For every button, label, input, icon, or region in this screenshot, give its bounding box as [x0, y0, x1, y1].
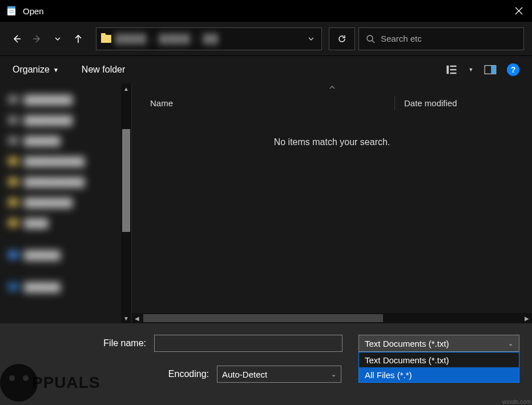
filename-input[interactable] — [154, 335, 342, 352]
tree-item[interactable]: ██████ — [8, 276, 123, 297]
new-folder-button[interactable]: New folder — [82, 65, 125, 75]
titlebar: Open — [0, 0, 532, 22]
tree-item[interactable]: ██████ — [8, 244, 123, 265]
column-headers: Name Date modified — [132, 91, 532, 114]
notepad-icon — [6, 5, 17, 17]
help-button[interactable]: ? — [507, 63, 519, 76]
tree-spacer — [8, 265, 123, 276]
chevron-up-icon — [329, 85, 335, 90]
column-name[interactable]: Name — [143, 98, 394, 108]
column-sort-indicator — [132, 83, 532, 91]
view-dropdown[interactable]: ▼ — [468, 63, 474, 76]
navigation-tree[interactable]: ████████ ████████ ██████ ██████████ ████… — [0, 83, 131, 323]
main-area: ████████ ████████ ██████ ██████████ ████… — [0, 83, 532, 323]
refresh-button[interactable] — [329, 27, 355, 50]
address-dropdown[interactable] — [305, 35, 317, 42]
scroll-right-icon[interactable]: ▶ — [522, 315, 532, 322]
tree-spacer — [8, 233, 123, 244]
file-type-dropdown: Text Documents (*.txt) All Files (*.*) — [358, 352, 519, 383]
svg-line-10 — [372, 41, 374, 43]
file-type-value: Text Documents (*.txt) — [365, 339, 449, 348]
chevron-down-icon: ⌄ — [331, 371, 336, 378]
view-controls: ▼ ? — [445, 63, 519, 76]
svg-rect-11 — [446, 66, 449, 74]
arrow-right-icon — [32, 34, 42, 44]
recent-locations-button[interactable] — [49, 30, 66, 47]
tree-item[interactable]: ████████ — [8, 110, 123, 130]
file-list: Name Date modified No items match your s… — [131, 83, 532, 323]
watermark: PPUALS — [0, 364, 100, 402]
bottom-panel: File name: Encoding: Auto-Detect ⌄ Text … — [0, 323, 532, 405]
tree-item[interactable]: ████ — [8, 212, 123, 233]
column-date-modified[interactable]: Date modified — [395, 98, 521, 108]
encoding-select[interactable]: Auto-Detect ⌄ — [217, 366, 341, 383]
tree-item[interactable]: ████████ — [8, 192, 123, 212]
folder-icon — [101, 35, 111, 43]
svg-rect-1 — [7, 6, 15, 9]
tree-item[interactable]: ██████████ — [8, 151, 123, 171]
search-icon — [366, 34, 375, 43]
empty-message: No items match your search. — [132, 114, 532, 313]
navigation-bar: ████ › ████ › ██ Search etc — [0, 22, 532, 56]
chevron-down-icon: ▼ — [469, 67, 474, 73]
refresh-icon — [337, 34, 346, 43]
search-placeholder: Search etc — [381, 34, 517, 43]
sidebar-scrollbar[interactable]: ▲ ▼ — [121, 83, 131, 323]
svg-rect-12 — [450, 66, 457, 67]
up-button[interactable] — [70, 30, 87, 47]
watermark-logo-icon — [0, 364, 38, 402]
scroll-down-icon[interactable]: ▼ — [121, 313, 131, 323]
search-input[interactable]: Search etc — [358, 27, 524, 50]
scroll-up-icon[interactable]: ▲ — [121, 83, 131, 94]
filename-label: File name: — [11, 338, 154, 348]
arrow-up-icon — [73, 34, 83, 44]
scrollbar-thumb[interactable] — [122, 129, 130, 232]
preview-pane-icon — [484, 63, 497, 76]
close-button[interactable] — [506, 0, 532, 22]
close-icon — [515, 7, 523, 15]
chevron-down-icon — [308, 35, 315, 42]
tree-item[interactable]: ████████ — [8, 89, 123, 110]
horizontal-scrollbar[interactable]: ◀ ▶ — [132, 313, 532, 323]
scrollbar-thumb[interactable] — [143, 314, 383, 322]
file-type-option[interactable]: All Files (*.*) — [359, 367, 519, 382]
file-type-option[interactable]: Text Documents (*.txt) — [359, 352, 519, 367]
tree-item[interactable]: ██████ — [8, 130, 123, 151]
tree-item[interactable]: ██████████ — [8, 171, 123, 192]
list-view-icon — [445, 63, 458, 76]
svg-rect-13 — [450, 69, 457, 70]
change-view-button[interactable] — [445, 63, 458, 76]
svg-rect-16 — [491, 66, 496, 74]
back-button[interactable] — [8, 30, 25, 47]
breadcrumb: ████ › ████ › ██ — [116, 34, 301, 43]
help-icon: ? — [511, 65, 516, 74]
chevron-down-icon: ▼ — [53, 67, 59, 73]
address-bar[interactable]: ████ › ████ › ██ — [96, 27, 322, 50]
organize-button[interactable]: Organize ▼ — [13, 65, 59, 75]
file-type-select[interactable]: Text Documents (*.txt) ⌄ — [358, 335, 519, 352]
organize-label: Organize — [13, 65, 50, 75]
corner-attribution: wsxdn.com — [502, 399, 531, 405]
toolbar: Organize ▼ New folder ▼ ? — [0, 56, 532, 83]
svg-point-9 — [367, 35, 373, 41]
window-title: Open — [23, 6, 506, 16]
scroll-left-icon[interactable]: ◀ — [132, 315, 142, 322]
preview-pane-button[interactable] — [484, 63, 497, 76]
new-folder-label: New folder — [82, 65, 125, 75]
forward-button[interactable] — [29, 30, 46, 47]
encoding-value: Auto-Detect — [222, 370, 267, 379]
svg-rect-14 — [450, 73, 457, 74]
watermark-text: PPUALS — [32, 374, 100, 392]
chevron-down-icon: ⌄ — [508, 340, 513, 347]
chevron-down-icon — [54, 35, 61, 42]
arrow-left-icon — [11, 34, 22, 44]
